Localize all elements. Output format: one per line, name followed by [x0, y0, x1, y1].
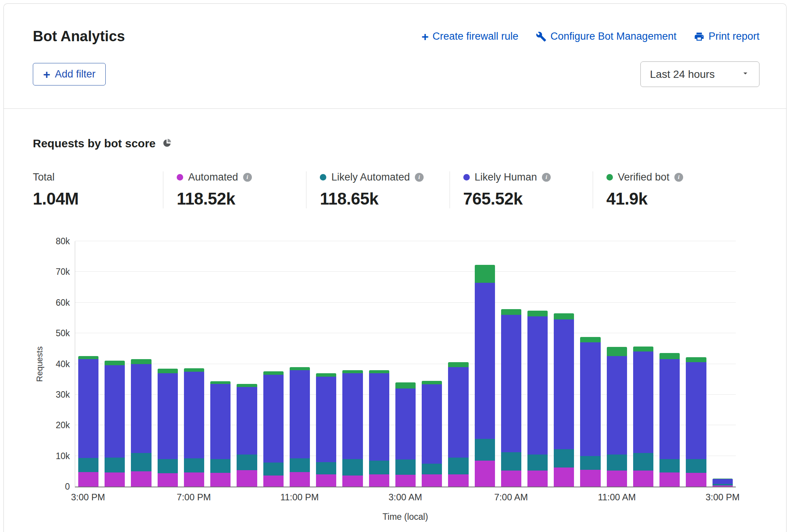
bar-segment-automated [263, 476, 284, 487]
likely-human-label: Likely Human [475, 171, 537, 183]
bar-segment-automated [422, 474, 442, 487]
bar-segment-likely-automated [290, 458, 310, 472]
wrench-icon [536, 31, 547, 42]
info-icon[interactable]: i [674, 173, 683, 182]
x-axis-tick-labels: 3:00 PM7:00 PM11:00 PM3:00 AM7:00 AM11:0… [75, 492, 736, 505]
chart-bar-24[interactable] [713, 479, 733, 487]
bar-segment-verified-bot [475, 265, 495, 283]
bar-segment-likely-human [316, 377, 336, 462]
chart-bar-15[interactable] [475, 265, 495, 487]
bar-segment-automated [131, 471, 151, 487]
stat-likely-human: Likely Human i 765.52k [450, 171, 593, 208]
chart-bar-22[interactable] [659, 353, 680, 487]
automated-value: 118.52k [177, 189, 298, 208]
total-label: Total [33, 171, 55, 183]
bar-segment-likely-human [290, 370, 310, 458]
chart-bar-19[interactable] [580, 337, 600, 487]
bar-segment-verified-bot [131, 359, 151, 364]
chart-bar-6[interactable] [237, 384, 257, 487]
chart-bar-12[interactable] [395, 382, 416, 487]
chart-bar-7[interactable] [263, 371, 284, 487]
bar-segment-likely-automated [237, 455, 257, 470]
chart-bar-10[interactable] [342, 370, 363, 487]
create-firewall-rule-link[interactable]: + Create firewall rule [421, 31, 518, 42]
bar-segment-likely-automated [78, 458, 98, 472]
bar-segment-automated [686, 473, 706, 487]
likely-human-value: 765.52k [463, 189, 585, 208]
chart-bar-slot [445, 241, 471, 487]
chart-bar-18[interactable] [554, 313, 574, 487]
y-axis-tick-label: 20k [56, 420, 70, 430]
bar-segment-likely-automated [342, 459, 363, 476]
bar-segment-verified-bot [105, 361, 125, 365]
chart-bar-17[interactable] [527, 311, 548, 487]
chart-bar-11[interactable] [369, 370, 389, 487]
bar-segment-likely-human [210, 384, 231, 459]
chart-bar-slot [128, 241, 154, 487]
chart-bar-slot [102, 241, 128, 487]
x-axis-tick-label: 7:00 PM [177, 492, 211, 503]
chart-bar-5[interactable] [210, 381, 231, 487]
chart-bar-slot [419, 241, 445, 487]
stat-total: Total 1.04M [33, 171, 163, 208]
bar-segment-verified-bot [448, 362, 468, 367]
chart-bar-slot [260, 241, 287, 487]
bar-segment-verified-bot [263, 371, 284, 375]
bot-analytics-card: Bot Analytics + Create firewall rule Con… [3, 3, 787, 532]
page-title: Bot Analytics [33, 28, 125, 45]
chart-bar-16[interactable] [501, 309, 521, 487]
bar-segment-likely-automated [686, 459, 706, 473]
x-axis-tick-label: 3:00 PM [706, 492, 740, 503]
chart-bar-slot [656, 241, 683, 487]
chart-bar-20[interactable] [607, 347, 627, 487]
bar-segment-verified-bot [580, 337, 600, 342]
automated-legend-dot [177, 174, 183, 181]
x-axis-title: Time (local) [75, 512, 736, 522]
bar-segment-likely-human [422, 384, 442, 463]
chart-bar-4[interactable] [184, 368, 204, 487]
bar-segment-likely-automated [395, 459, 416, 475]
bar-segment-likely-automated [184, 458, 204, 472]
chart-bar-2[interactable] [131, 359, 151, 487]
bar-segment-automated [395, 475, 416, 487]
time-range-select[interactable]: Last 24 hours [640, 61, 759, 87]
bar-segment-likely-automated [210, 459, 231, 473]
print-report-link[interactable]: Print report [694, 31, 759, 42]
bar-segment-likely-human [105, 365, 125, 458]
stat-likely-automated: Likely Automated i 118.65k [306, 171, 449, 208]
bar-segment-verified-bot [527, 311, 548, 316]
bar-segment-likely-human [448, 367, 468, 458]
chart-bar-slot [683, 241, 709, 487]
chart-bar-21[interactable] [633, 347, 653, 487]
bar-segment-automated [316, 474, 336, 487]
x-axis-tick-label: 7:00 AM [494, 492, 528, 503]
info-icon[interactable]: i [243, 173, 252, 182]
y-axis-tick-label: 0 [65, 482, 70, 492]
chart-bar-14[interactable] [448, 362, 468, 487]
chart-bar-3[interactable] [158, 369, 178, 487]
verified-bot-legend-dot [606, 174, 613, 181]
configure-bot-management-label: Configure Bot Management [550, 31, 676, 42]
chart-bar-0[interactable] [78, 356, 98, 487]
configure-bot-management-link[interactable]: Configure Bot Management [536, 31, 676, 42]
stats-row: Total 1.04M Automated i 118.52k Likely A… [33, 171, 736, 208]
info-icon[interactable]: i [542, 173, 551, 182]
likely-automated-legend-dot [320, 174, 326, 181]
chart-bar-23[interactable] [686, 357, 706, 487]
add-filter-button[interactable]: + Add filter [33, 63, 106, 85]
verified-bot-value: 41.9k [606, 189, 728, 208]
bar-segment-automated [78, 472, 98, 487]
chart-plot-area: 010k20k30k40k50k60k70k80k Requests [75, 241, 736, 487]
chart-bar-13[interactable] [422, 381, 442, 487]
bar-segment-verified-bot [237, 384, 257, 387]
chart-bar-9[interactable] [316, 373, 336, 487]
automated-label: Automated [188, 171, 238, 183]
bar-segment-likely-human [580, 342, 600, 456]
bar-segment-verified-bot [422, 381, 442, 385]
x-axis-tick-label: 11:00 AM [598, 492, 636, 503]
info-icon[interactable]: i [415, 173, 424, 182]
chart-bar-1[interactable] [105, 361, 125, 487]
bar-segment-likely-automated [263, 463, 284, 476]
chart-bar-8[interactable] [290, 367, 310, 487]
bar-segment-verified-bot [342, 370, 363, 373]
